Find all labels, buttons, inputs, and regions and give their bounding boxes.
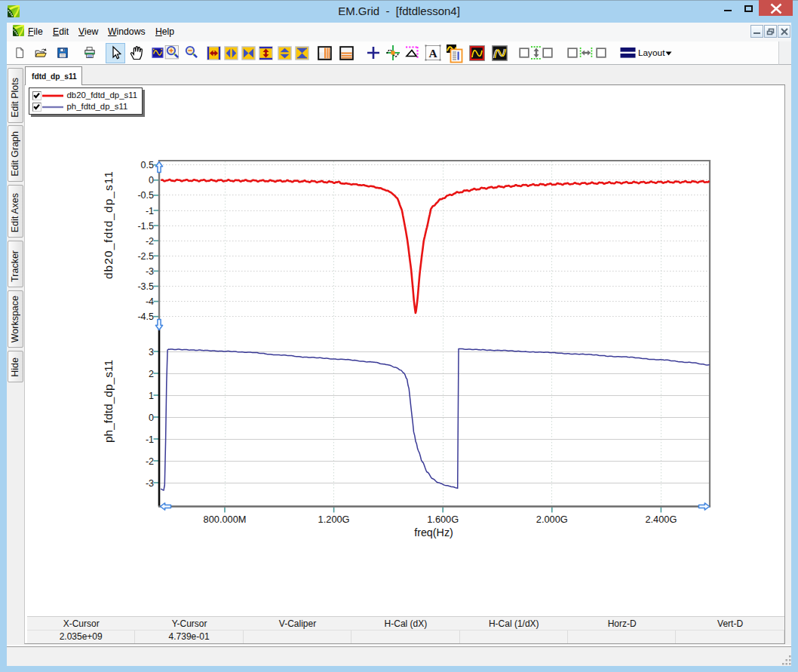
svg-text:A: A [428, 47, 437, 60]
